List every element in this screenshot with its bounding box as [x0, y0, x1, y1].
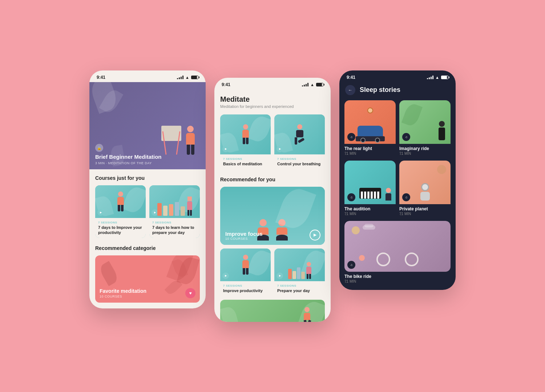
battery-icon-3 — [441, 76, 448, 79]
bike-wheel-l — [376, 252, 390, 266]
sp-legs — [187, 210, 192, 216]
story-card-2[interactable]: ♫ Imaginary ride 21 MIN — [399, 100, 451, 157]
sc1-leg-r — [246, 268, 249, 275]
story-card-5[interactable]: ♫ The bike ride 21 MIN — [344, 221, 451, 285]
easel — [160, 126, 183, 155]
sc2-body — [306, 267, 311, 274]
piano-keys — [359, 188, 381, 199]
teal-person-1 — [117, 191, 124, 211]
courses-title: Courses just for you — [95, 175, 200, 181]
status-icons-1: ▲ — [177, 75, 198, 80]
cat-leaf-2 — [98, 261, 120, 286]
signal-icon-3 — [427, 76, 433, 79]
phone-1: 9:41 ▲ — [89, 70, 206, 309]
small-play-1[interactable]: ▶ — [222, 272, 229, 279]
driver-figure — [367, 108, 373, 113]
phone3-header: ← Sleep stories — [339, 82, 456, 100]
car-wheel-1-r — [375, 138, 380, 143]
phone1-scroll[interactable]: Courses just for you — [89, 169, 206, 309]
sp2-leg — [295, 137, 297, 145]
heart-button[interactable]: ♥ — [185, 288, 195, 298]
sp-leg-l — [187, 210, 189, 216]
courses-grid: ▶ 7 SESSIONS 7 days to Improve your prod… — [95, 185, 200, 238]
sc1-legs — [243, 268, 249, 275]
big-play-button[interactable]: ▶ — [310, 230, 320, 241]
story-info-1: The rear light 21 MIN — [344, 144, 396, 157]
big-recommend-card[interactable]: Improve focus 10 COURSES ▶ — [220, 187, 325, 245]
med-card-1[interactable]: ▶ 7 SESSIONS Basics of meditation — [220, 114, 271, 169]
tp-leg-l1 — [118, 205, 120, 211]
books — [157, 202, 185, 216]
car-wheel-1-l — [360, 138, 366, 143]
course-card-1[interactable]: ▶ 7 SESSIONS 7 days to Improve your prod… — [95, 185, 146, 238]
rp-head — [304, 307, 310, 312]
status-icons-3: ▲ — [427, 75, 448, 80]
battery-icon — [191, 76, 198, 79]
story-card-3[interactable]: ♫ The audition 21 MIN — [344, 161, 396, 217]
small-name-2: Prepare your day — [277, 288, 322, 293]
recommend-title: Recommended for you — [220, 177, 325, 182]
small-card-2[interactable]: ▶ 7 SESSIONS Prepare your day — [274, 248, 325, 296]
hero-lock-badge: 🔒 — [95, 144, 103, 152]
bp1-head — [259, 219, 267, 226]
play-btn-1[interactable]: ▶ — [97, 209, 104, 216]
sc2-book-2 — [292, 271, 296, 279]
meditate-title: Meditate — [220, 95, 325, 104]
sp-body — [187, 201, 192, 210]
tp-legs-1 — [118, 205, 124, 211]
phone-3: 9:41 ▲ ← Sleep stories — [339, 70, 456, 290]
m1-person — [242, 124, 249, 144]
person-leg-r — [191, 145, 194, 155]
status-bar-2: 9:41 ▲ — [214, 78, 331, 89]
sc2-leg-l — [307, 274, 308, 279]
bike-person — [359, 255, 365, 261]
story-duration-5: 21 MIN — [344, 279, 451, 283]
status-bar-3: 9:41 ▲ — [339, 70, 456, 82]
scene-leaf-1 — [122, 185, 146, 215]
story-duration-4: 21 MIN — [399, 212, 451, 216]
category-card[interactable]: Favorite meditation 10 COURSES ♥ — [95, 255, 200, 303]
ast-helmet — [421, 183, 429, 191]
piano-container — [359, 188, 381, 199]
course-card-2[interactable]: ▶ 7 SESSIONS 7 days to learn how to prep… — [149, 185, 200, 238]
story-duration-1: 21 MIN — [344, 151, 396, 155]
small-play-2[interactable]: ▶ — [276, 272, 283, 279]
story-card-1[interactable]: ♫ The rear light 21 MIN — [344, 100, 396, 157]
category-name: Favorite meditation — [100, 288, 146, 294]
car-shape-1 — [358, 126, 383, 138]
story-img-5: ♫ — [344, 221, 451, 272]
story-card-4[interactable]: ♫ Private planet 21 MIN — [399, 161, 451, 217]
music-badge-2: ♫ — [402, 133, 410, 141]
bp2-legs — [276, 235, 288, 241]
sc1-person — [242, 255, 249, 275]
phone2-content[interactable]: Meditate Meditation for beginners and ex… — [214, 89, 331, 322]
key-3 — [367, 191, 370, 199]
course-img-1: ▶ — [95, 185, 146, 218]
person-torso — [186, 133, 195, 145]
hero-title: Brief Beginner Meditation — [95, 153, 162, 161]
med-card-2[interactable]: ▶ 7 SESSIONS Control your breathing — [274, 114, 325, 169]
course-card-body-2: 7 SESSIONS 7 days to learn how to prepar… — [149, 218, 200, 238]
m1-body — [242, 130, 249, 138]
story-img-3: ♫ — [344, 161, 396, 204]
med-play-2[interactable]: ▶ — [276, 146, 283, 152]
med-img-1: ▶ — [220, 114, 271, 154]
small-sessions-2: 7 SESSIONS — [277, 284, 322, 287]
battery-icon-2 — [316, 83, 323, 86]
small-card-1[interactable]: ▶ 7 SESSIONS Improve productivity — [220, 248, 271, 296]
med-play-1[interactable]: ▶ — [222, 146, 229, 152]
story-info-3: The audition 21 MIN — [344, 204, 396, 217]
back-button[interactable]: ← — [345, 85, 355, 95]
med-img-2: ▶ — [274, 114, 325, 154]
stretch-person — [295, 124, 304, 145]
sp-leg-r — [190, 210, 192, 216]
sc1-head — [243, 255, 248, 260]
time-2: 9:41 — [222, 82, 230, 87]
phone3-stories[interactable]: ♫ The rear light 21 MIN — [339, 100, 456, 290]
meditate-grid: ▶ 7 SESSIONS Basics of meditation — [220, 114, 325, 169]
bottom-partial-card[interactable] — [220, 300, 325, 322]
small-card-body-1: 7 SESSIONS Improve productivity — [220, 281, 271, 296]
story-duration-2: 21 MIN — [399, 151, 451, 155]
rp-legs — [304, 320, 310, 322]
music-badge-4: ♫ — [402, 193, 410, 201]
